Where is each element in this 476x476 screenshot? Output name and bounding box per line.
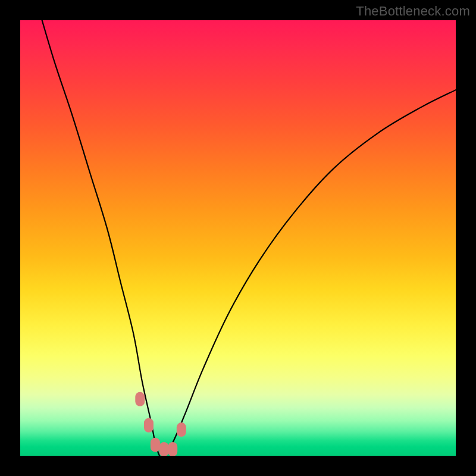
marker-dot [177, 422, 186, 437]
watermark-text: TheBottleneck.com [356, 4, 470, 19]
curve-layer [20, 20, 456, 456]
marker-dot [159, 442, 169, 456]
bottleneck-curve [42, 20, 456, 456]
marker-group [135, 392, 186, 456]
chart-frame: TheBottleneck.com [0, 0, 476, 476]
plot-area [20, 20, 456, 456]
marker-dot [135, 392, 145, 406]
marker-dot [151, 438, 160, 452]
marker-dot [168, 442, 177, 456]
marker-dot [144, 418, 154, 433]
